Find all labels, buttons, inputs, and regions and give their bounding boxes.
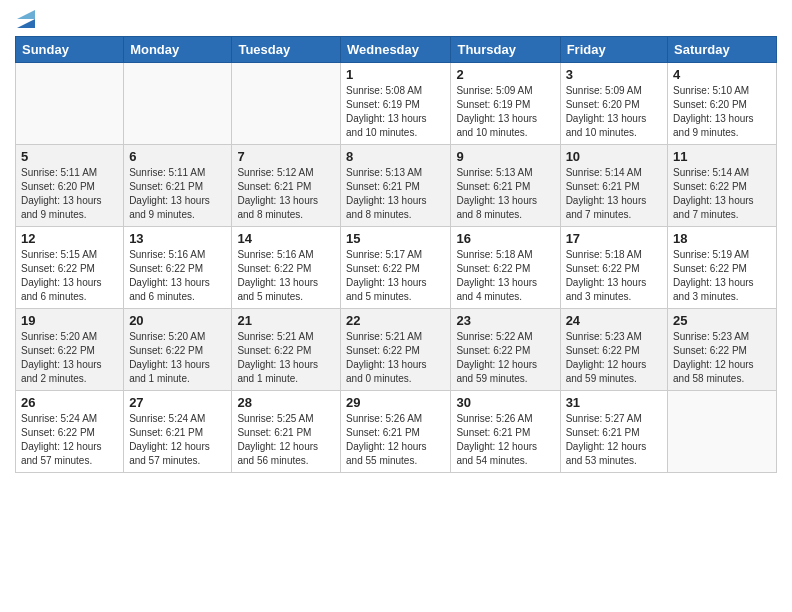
day-info: Sunrise: 5:12 AM Sunset: 6:21 PM Dayligh…: [237, 166, 335, 222]
day-info: Sunrise: 5:09 AM Sunset: 6:20 PM Dayligh…: [566, 84, 662, 140]
page: SundayMondayTuesdayWednesdayThursdayFrid…: [0, 0, 792, 612]
day-info: Sunrise: 5:11 AM Sunset: 6:20 PM Dayligh…: [21, 166, 118, 222]
day-number: 30: [456, 395, 554, 410]
day-info: Sunrise: 5:21 AM Sunset: 6:22 PM Dayligh…: [346, 330, 445, 386]
day-number: 23: [456, 313, 554, 328]
day-info: Sunrise: 5:13 AM Sunset: 6:21 PM Dayligh…: [346, 166, 445, 222]
calendar-cell: 11Sunrise: 5:14 AM Sunset: 6:22 PM Dayli…: [668, 145, 777, 227]
day-info: Sunrise: 5:20 AM Sunset: 6:22 PM Dayligh…: [21, 330, 118, 386]
day-number: 9: [456, 149, 554, 164]
calendar-cell: 9Sunrise: 5:13 AM Sunset: 6:21 PM Daylig…: [451, 145, 560, 227]
weekday-header-monday: Monday: [124, 37, 232, 63]
day-number: 31: [566, 395, 662, 410]
week-row-2: 5Sunrise: 5:11 AM Sunset: 6:20 PM Daylig…: [16, 145, 777, 227]
day-info: Sunrise: 5:18 AM Sunset: 6:22 PM Dayligh…: [456, 248, 554, 304]
day-number: 14: [237, 231, 335, 246]
day-number: 2: [456, 67, 554, 82]
calendar-cell: 7Sunrise: 5:12 AM Sunset: 6:21 PM Daylig…: [232, 145, 341, 227]
day-number: 21: [237, 313, 335, 328]
day-number: 8: [346, 149, 445, 164]
day-number: 12: [21, 231, 118, 246]
calendar-cell: [16, 63, 124, 145]
day-info: Sunrise: 5:20 AM Sunset: 6:22 PM Dayligh…: [129, 330, 226, 386]
day-info: Sunrise: 5:15 AM Sunset: 6:22 PM Dayligh…: [21, 248, 118, 304]
calendar-cell: [124, 63, 232, 145]
calendar-cell: 21Sunrise: 5:21 AM Sunset: 6:22 PM Dayli…: [232, 309, 341, 391]
day-number: 25: [673, 313, 771, 328]
week-row-5: 26Sunrise: 5:24 AM Sunset: 6:22 PM Dayli…: [16, 391, 777, 473]
calendar-cell: 3Sunrise: 5:09 AM Sunset: 6:20 PM Daylig…: [560, 63, 667, 145]
day-number: 20: [129, 313, 226, 328]
day-info: Sunrise: 5:21 AM Sunset: 6:22 PM Dayligh…: [237, 330, 335, 386]
weekday-header-saturday: Saturday: [668, 37, 777, 63]
calendar-cell: 19Sunrise: 5:20 AM Sunset: 6:22 PM Dayli…: [16, 309, 124, 391]
calendar-cell: 12Sunrise: 5:15 AM Sunset: 6:22 PM Dayli…: [16, 227, 124, 309]
calendar-cell: 22Sunrise: 5:21 AM Sunset: 6:22 PM Dayli…: [341, 309, 451, 391]
svg-marker-0: [17, 19, 35, 28]
calendar-cell: 29Sunrise: 5:26 AM Sunset: 6:21 PM Dayli…: [341, 391, 451, 473]
day-number: 1: [346, 67, 445, 82]
calendar-cell: 10Sunrise: 5:14 AM Sunset: 6:21 PM Dayli…: [560, 145, 667, 227]
logo-blue-text: [15, 10, 35, 28]
day-number: 7: [237, 149, 335, 164]
day-number: 5: [21, 149, 118, 164]
day-info: Sunrise: 5:16 AM Sunset: 6:22 PM Dayligh…: [237, 248, 335, 304]
day-number: 18: [673, 231, 771, 246]
calendar-table: SundayMondayTuesdayWednesdayThursdayFrid…: [15, 36, 777, 473]
day-info: Sunrise: 5:26 AM Sunset: 6:21 PM Dayligh…: [346, 412, 445, 468]
day-info: Sunrise: 5:24 AM Sunset: 6:22 PM Dayligh…: [21, 412, 118, 468]
day-info: Sunrise: 5:18 AM Sunset: 6:22 PM Dayligh…: [566, 248, 662, 304]
calendar-cell: [232, 63, 341, 145]
week-row-1: 1Sunrise: 5:08 AM Sunset: 6:19 PM Daylig…: [16, 63, 777, 145]
day-number: 10: [566, 149, 662, 164]
day-number: 26: [21, 395, 118, 410]
day-info: Sunrise: 5:08 AM Sunset: 6:19 PM Dayligh…: [346, 84, 445, 140]
weekday-header-wednesday: Wednesday: [341, 37, 451, 63]
day-number: 27: [129, 395, 226, 410]
day-number: 19: [21, 313, 118, 328]
weekday-header-thursday: Thursday: [451, 37, 560, 63]
calendar-cell: 23Sunrise: 5:22 AM Sunset: 6:22 PM Dayli…: [451, 309, 560, 391]
svg-marker-1: [17, 10, 35, 19]
calendar-cell: 14Sunrise: 5:16 AM Sunset: 6:22 PM Dayli…: [232, 227, 341, 309]
day-info: Sunrise: 5:23 AM Sunset: 6:22 PM Dayligh…: [673, 330, 771, 386]
calendar-cell: 13Sunrise: 5:16 AM Sunset: 6:22 PM Dayli…: [124, 227, 232, 309]
day-number: 28: [237, 395, 335, 410]
day-info: Sunrise: 5:22 AM Sunset: 6:22 PM Dayligh…: [456, 330, 554, 386]
day-info: Sunrise: 5:14 AM Sunset: 6:22 PM Dayligh…: [673, 166, 771, 222]
calendar-cell: 17Sunrise: 5:18 AM Sunset: 6:22 PM Dayli…: [560, 227, 667, 309]
day-info: Sunrise: 5:10 AM Sunset: 6:20 PM Dayligh…: [673, 84, 771, 140]
calendar-cell: 28Sunrise: 5:25 AM Sunset: 6:21 PM Dayli…: [232, 391, 341, 473]
logo-triangle-icon: [17, 10, 35, 28]
day-info: Sunrise: 5:09 AM Sunset: 6:19 PM Dayligh…: [456, 84, 554, 140]
calendar-cell: 24Sunrise: 5:23 AM Sunset: 6:22 PM Dayli…: [560, 309, 667, 391]
day-number: 11: [673, 149, 771, 164]
day-number: 16: [456, 231, 554, 246]
weekday-header-tuesday: Tuesday: [232, 37, 341, 63]
calendar-cell: [668, 391, 777, 473]
calendar-cell: 31Sunrise: 5:27 AM Sunset: 6:21 PM Dayli…: [560, 391, 667, 473]
weekday-header-friday: Friday: [560, 37, 667, 63]
calendar-cell: 26Sunrise: 5:24 AM Sunset: 6:22 PM Dayli…: [16, 391, 124, 473]
day-info: Sunrise: 5:13 AM Sunset: 6:21 PM Dayligh…: [456, 166, 554, 222]
day-number: 13: [129, 231, 226, 246]
calendar-cell: 8Sunrise: 5:13 AM Sunset: 6:21 PM Daylig…: [341, 145, 451, 227]
day-number: 22: [346, 313, 445, 328]
day-number: 6: [129, 149, 226, 164]
calendar-cell: 16Sunrise: 5:18 AM Sunset: 6:22 PM Dayli…: [451, 227, 560, 309]
day-info: Sunrise: 5:25 AM Sunset: 6:21 PM Dayligh…: [237, 412, 335, 468]
logo: [15, 10, 35, 28]
calendar-cell: 1Sunrise: 5:08 AM Sunset: 6:19 PM Daylig…: [341, 63, 451, 145]
day-number: 24: [566, 313, 662, 328]
calendar-cell: 18Sunrise: 5:19 AM Sunset: 6:22 PM Dayli…: [668, 227, 777, 309]
day-info: Sunrise: 5:16 AM Sunset: 6:22 PM Dayligh…: [129, 248, 226, 304]
weekday-header-sunday: Sunday: [16, 37, 124, 63]
day-info: Sunrise: 5:17 AM Sunset: 6:22 PM Dayligh…: [346, 248, 445, 304]
day-info: Sunrise: 5:14 AM Sunset: 6:21 PM Dayligh…: [566, 166, 662, 222]
logo-icon: [15, 10, 35, 28]
calendar-cell: 15Sunrise: 5:17 AM Sunset: 6:22 PM Dayli…: [341, 227, 451, 309]
day-number: 4: [673, 67, 771, 82]
day-info: Sunrise: 5:23 AM Sunset: 6:22 PM Dayligh…: [566, 330, 662, 386]
day-number: 3: [566, 67, 662, 82]
header: [15, 10, 777, 28]
